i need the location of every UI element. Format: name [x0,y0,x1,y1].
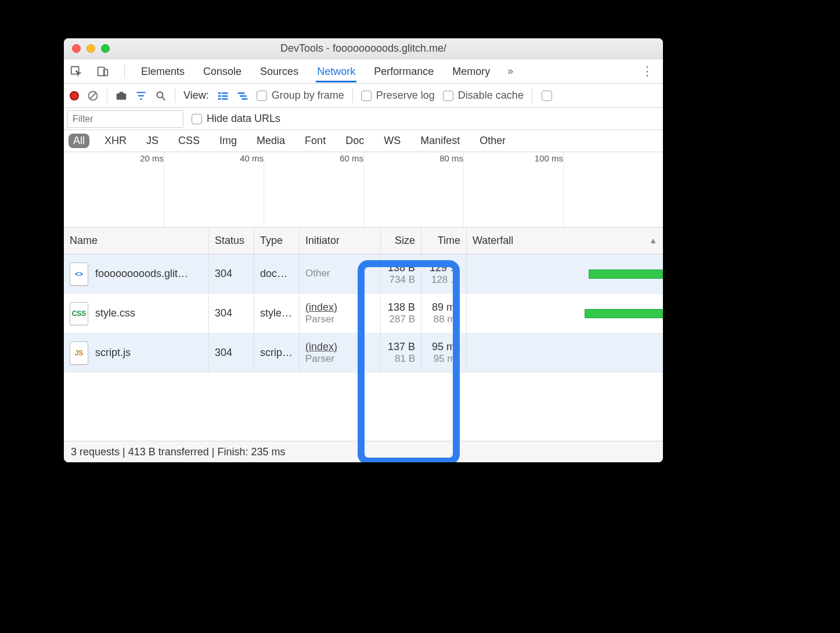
size-transferred: 137 B [388,341,415,353]
offline-checkbox-partial[interactable] [542,91,552,101]
mime-type: style… [260,307,293,319]
panel-tabs: Elements Console Sources Network Perform… [64,59,663,84]
time-latency: 95 ms [434,353,460,365]
waterfall-view-icon[interactable] [237,91,248,100]
time-total: 89 ms [432,301,460,314]
svg-rect-13 [237,92,244,94]
zoom-window-button[interactable] [101,44,110,53]
close-window-button[interactable] [72,44,81,53]
type-filter-doc[interactable]: Doc [341,134,369,148]
col-size[interactable]: Size [381,228,421,254]
svg-rect-9 [218,95,221,97]
settings-menu-button[interactable]: ⋮ [637,64,657,79]
file-css-icon: CSS [70,302,88,325]
toggle-device-icon[interactable] [96,65,109,78]
time-total: 95 ms [432,341,460,353]
col-initiator[interactable]: Initiator [300,228,381,254]
svg-rect-15 [241,98,247,100]
minimize-window-button[interactable] [86,44,95,53]
svg-rect-7 [218,92,221,94]
svg-rect-14 [240,95,247,97]
initiator-link[interactable]: (index) [305,341,374,353]
svg-point-6 [157,92,163,98]
window-title: DevTools - fooooooooods.glitch.me/ [64,42,663,55]
table-row[interactable]: JS script.js 304 scrip… (index) Parser 1… [64,333,663,373]
search-icon[interactable] [155,90,167,102]
devtools-window: DevTools - fooooooooods.glitch.me/ Eleme… [64,38,663,462]
timeline-tick: 20 ms [140,153,164,163]
tab-elements[interactable]: Elements [140,60,186,82]
size-resource: 734 B [390,274,415,286]
tab-memory[interactable]: Memory [451,60,491,82]
status-summary: 3 requests | 413 B transferred | Finish:… [64,441,663,462]
capture-screenshots-icon[interactable] [116,91,127,101]
clear-icon[interactable] [87,90,99,102]
type-filter-js[interactable]: JS [142,134,163,148]
tab-network[interactable]: Network [316,60,356,82]
waterfall-bar [585,309,663,318]
svg-rect-5 [120,92,124,94]
size-resource: 81 B [395,353,415,365]
table-row[interactable]: <> fooooooooods.glit… 304 doc… Other 138… [64,254,663,294]
type-filter-img[interactable]: Img [215,134,241,148]
svg-rect-12 [222,98,228,100]
table-row[interactable]: CSS style.css 304 style… (index) Parser … [64,294,663,333]
type-filter-other[interactable]: Other [475,134,510,148]
filter-toggle-icon[interactable] [135,90,147,102]
type-filter-all[interactable]: All [69,134,89,148]
tabs-list: Elements Console Sources Network Perform… [140,60,623,82]
type-filter-ws[interactable]: WS [379,134,405,148]
col-status[interactable]: Status [209,228,254,254]
hide-data-urls-checkbox[interactable]: Hide data URLs [192,113,280,125]
timeline-tick: 100 ms [535,153,563,163]
timeline-tick: 80 ms [439,153,463,163]
time-latency: 88 ms [434,314,460,325]
svg-rect-10 [222,95,228,97]
svg-rect-11 [218,98,221,100]
request-name: style.css [95,307,135,319]
request-name: fooooooooods.glit… [95,268,188,280]
waterfall-bar [589,269,663,279]
type-filter-font[interactable]: Font [300,134,330,148]
status-code: 304 [215,307,248,319]
status-code: 304 [215,268,248,280]
sort-indicator-icon: ▲ [649,236,657,245]
col-time[interactable]: Time [421,228,467,254]
type-filter-xhr[interactable]: XHR [100,134,131,148]
col-waterfall[interactable]: Waterfall ▲ [467,228,663,254]
tab-performance[interactable]: Performance [373,60,435,82]
request-name: script.js [95,347,131,359]
view-label: View: [183,89,209,102]
svg-rect-8 [222,92,228,94]
tab-console[interactable]: Console [202,60,243,82]
titlebar: DevTools - fooooooooods.glitch.me/ [64,38,663,59]
disable-cache-checkbox[interactable]: Disable cache [443,89,524,102]
col-name[interactable]: Name [64,228,209,254]
initiator-link[interactable]: (index) [305,301,374,314]
type-filter-css[interactable]: CSS [174,134,204,148]
more-tabs-button[interactable]: » [507,65,513,77]
file-doc-icon: <> [70,262,88,286]
network-toolbar: View: Group by frame Preserve log Disabl… [64,84,663,108]
divider [124,64,125,78]
file-js-icon: JS [70,341,88,365]
large-rows-icon[interactable] [217,91,229,100]
status-code: 304 [215,347,248,359]
preserve-log-checkbox[interactable]: Preserve log [361,89,435,102]
time-total: 129 … [430,262,460,274]
record-button[interactable] [70,91,79,100]
col-type[interactable]: Type [254,228,300,254]
filter-input[interactable] [67,110,183,128]
requests-table: Name Status Type Initiator Size Time Wat… [64,228,663,441]
type-filter-media[interactable]: Media [252,134,290,148]
timeline-tick: 40 ms [240,153,264,163]
size-transferred: 138 B [388,262,415,274]
type-filter-manifest[interactable]: Manifest [416,134,464,148]
tab-sources[interactable]: Sources [259,60,300,82]
mime-type: doc… [260,268,293,280]
timeline-overview[interactable]: 20 ms40 ms60 ms80 ms100 ms [64,152,663,228]
inspect-element-icon[interactable] [70,65,82,78]
time-latency: 128 … [431,274,460,286]
group-by-frame-checkbox[interactable]: Group by frame [257,89,344,102]
initiator-detail: Parser [305,353,374,365]
